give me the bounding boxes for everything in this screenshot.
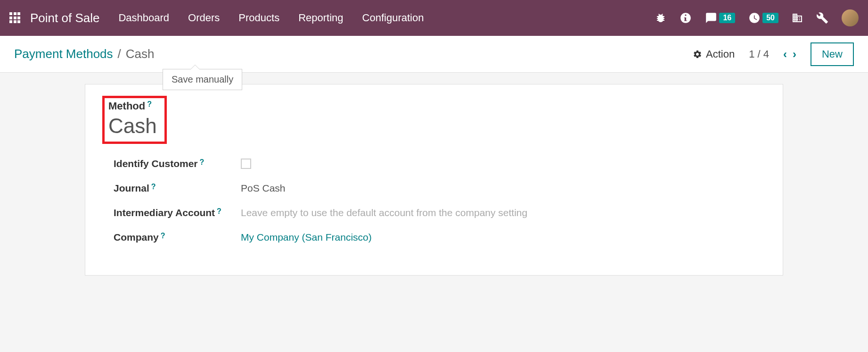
identify-customer-label: Identify Customer ?: [114, 158, 241, 169]
nav-orders[interactable]: Orders: [188, 12, 220, 24]
tools-icon[interactable]: [816, 12, 828, 24]
pager: 1 / 4: [749, 48, 769, 60]
journal-value[interactable]: PoS Cash: [241, 183, 286, 194]
help-icon[interactable]: ?: [151, 183, 156, 191]
help-icon[interactable]: ?: [217, 207, 221, 216]
messages-badge: 16: [719, 13, 735, 23]
journal-label: Journal ?: [114, 183, 241, 194]
top-navbar: Point of Sale Dashboard Orders Products …: [0, 0, 868, 36]
messages-icon[interactable]: 16: [705, 12, 735, 24]
pager-arrows: ‹ ›: [783, 48, 796, 61]
pager-prev[interactable]: ‹: [783, 48, 787, 61]
company-value[interactable]: My Company (San Francisco): [241, 232, 372, 243]
breadcrumb-separator: /: [118, 47, 121, 61]
sub-header: Payment Methods / Cash Save manually Act…: [0, 36, 868, 73]
timer-icon[interactable]: [680, 12, 692, 24]
activities-badge: 50: [762, 13, 778, 23]
apps-menu-icon[interactable]: [9, 12, 21, 24]
identify-customer-checkbox[interactable]: [241, 159, 251, 169]
building-icon[interactable]: [792, 12, 803, 24]
sub-actions: Action 1 / 4 ‹ › New: [693, 42, 854, 66]
app-title: Point of Sale: [30, 11, 99, 25]
nav-reporting[interactable]: Reporting: [298, 12, 343, 24]
action-button[interactable]: Action: [693, 48, 735, 60]
gear-icon: [693, 50, 702, 59]
activities-icon[interactable]: 50: [748, 12, 778, 24]
method-highlight: Method ? Cash: [102, 96, 167, 144]
breadcrumb-parent[interactable]: Payment Methods: [14, 47, 113, 61]
form-fields: Identify Customer ? Journal ? PoS Cash I…: [114, 158, 766, 243]
form-card: Method ? Cash Identify Customer ? Journa…: [85, 84, 783, 276]
nav-links: Dashboard Orders Products Reporting Conf…: [118, 12, 655, 24]
intermediary-field[interactable]: Leave empty to use the default account f…: [241, 207, 527, 218]
intermediary-label: Intermediary Account ?: [114, 207, 241, 218]
bug-icon[interactable]: [655, 12, 666, 24]
save-tooltip: Save manually: [163, 69, 242, 90]
content-area: Method ? Cash Identify Customer ? Journa…: [0, 73, 868, 287]
help-icon[interactable]: ?: [161, 232, 165, 240]
nav-dashboard[interactable]: Dashboard: [118, 12, 169, 24]
new-button[interactable]: New: [811, 42, 854, 66]
nav-configuration[interactable]: Configuration: [362, 12, 424, 24]
method-label: Method ?: [108, 100, 157, 112]
row-intermediary: Intermediary Account ? Leave empty to us…: [114, 207, 766, 218]
pager-next[interactable]: ›: [793, 48, 796, 61]
row-journal: Journal ? PoS Cash: [114, 183, 766, 194]
help-icon[interactable]: ?: [200, 158, 205, 167]
nav-icons: 16 50: [655, 9, 859, 26]
nav-products[interactable]: Products: [238, 12, 279, 24]
breadcrumb: Payment Methods / Cash: [14, 47, 155, 61]
breadcrumb-current: Cash: [126, 47, 155, 61]
help-icon[interactable]: ?: [147, 100, 152, 109]
action-label: Action: [706, 48, 735, 60]
company-label: Company ?: [114, 232, 241, 243]
method-value[interactable]: Cash: [108, 114, 157, 138]
user-avatar[interactable]: [842, 9, 859, 26]
row-company: Company ? My Company (San Francisco): [114, 232, 766, 243]
row-identify-customer: Identify Customer ?: [114, 158, 766, 169]
